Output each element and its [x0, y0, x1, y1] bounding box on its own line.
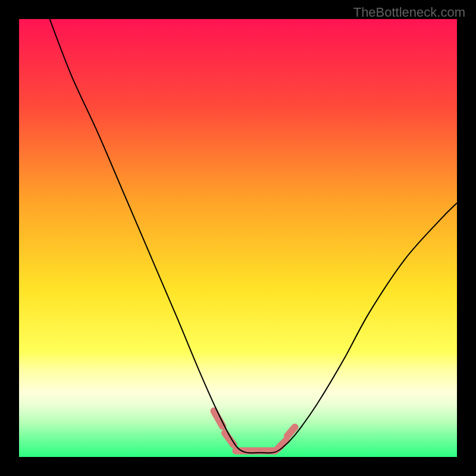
- watermark-text: TheBottleneck.com: [353, 5, 465, 20]
- chart-background: [19, 19, 457, 457]
- chart-svg: [19, 19, 457, 457]
- chart-plot: [19, 19, 457, 457]
